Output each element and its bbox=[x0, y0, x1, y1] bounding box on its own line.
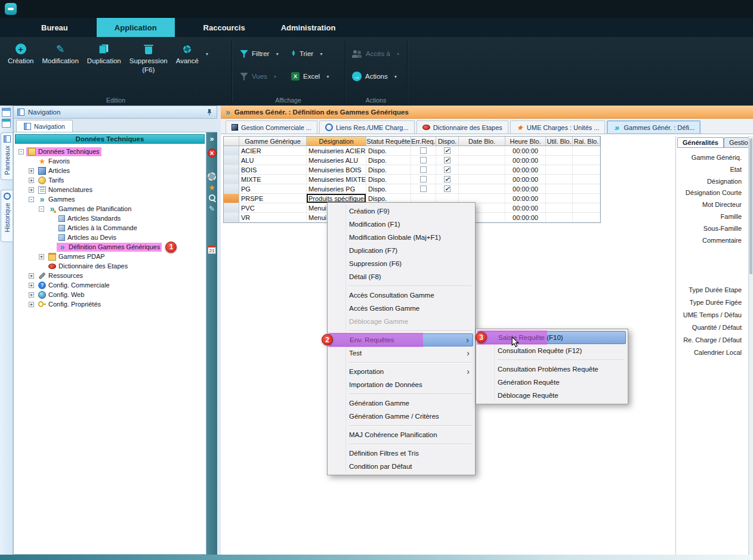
expand-toggle[interactable]: - bbox=[18, 149, 24, 154]
context-menu-item[interactable]: Déblocage Gamme › bbox=[329, 315, 474, 328]
context-menu-item[interactable]: Modification Globale (Maj+F1) › bbox=[329, 231, 474, 244]
side-toolbar-icon[interactable] bbox=[208, 246, 216, 254]
cell-heure-blo[interactable]: 00:00:00 bbox=[505, 194, 546, 203]
panel-window-icon[interactable] bbox=[2, 108, 11, 117]
expand-toggle[interactable] bbox=[49, 216, 54, 221]
cell-dispo[interactable] bbox=[436, 165, 459, 175]
context-menu-item[interactable]: Test › bbox=[329, 346, 474, 360]
cell-heure-blo[interactable]: 00:00:00 bbox=[505, 165, 546, 175]
submenu-item[interactable]: Génération Requête bbox=[477, 376, 627, 389]
row-selector[interactable] bbox=[224, 165, 239, 175]
context-menu-item[interactable]: Condition par Défaut › bbox=[329, 460, 474, 473]
cell-util-blo[interactable] bbox=[546, 175, 573, 184]
cell-util-blo[interactable] bbox=[546, 194, 573, 203]
tree-item[interactable]: Articles au Devis bbox=[14, 233, 206, 242]
cell-date-blo[interactable] bbox=[459, 175, 505, 184]
grid-row[interactable]: BOIS Menuiseries BOIS Dispo. 00:00:00 bbox=[224, 165, 600, 175]
cell-rai-blo[interactable] bbox=[573, 184, 600, 194]
checkbox[interactable] bbox=[420, 166, 427, 173]
grid-row[interactable]: MIXTE Menuiseries MIXTE Dispo. 00:00:00 bbox=[224, 175, 600, 184]
submenu-item[interactable]: Consultation Requête (F12) bbox=[477, 344, 627, 357]
row-selector[interactable] bbox=[224, 184, 239, 194]
context-menu-item[interactable]: MAJ Cohérence Planification › bbox=[329, 428, 474, 441]
tree-item[interactable]: - Gammes bbox=[14, 194, 206, 204]
row-selector[interactable] bbox=[224, 194, 239, 203]
cell-designation[interactable]: Menuiseries MIXTE bbox=[307, 175, 366, 184]
cell-heure-blo[interactable]: 00:00:00 bbox=[505, 213, 546, 222]
side-toolbar-icon[interactable] bbox=[207, 204, 217, 214]
row-selector[interactable] bbox=[224, 213, 239, 222]
tree-title[interactable]: Données Techniques bbox=[15, 134, 205, 144]
expand-toggle[interactable]: - bbox=[29, 197, 34, 202]
ribbon-tab[interactable]: Bureau bbox=[34, 18, 75, 37]
cell-gamme-generique[interactable]: PVC bbox=[239, 203, 307, 213]
cell-date-blo[interactable] bbox=[459, 184, 505, 194]
checkbox[interactable] bbox=[444, 176, 450, 182]
acces-a-button[interactable]: Accès à ▼ bbox=[352, 47, 400, 61]
cell-err-req[interactable] bbox=[411, 184, 436, 194]
side-toolbar-icon[interactable] bbox=[207, 172, 217, 181]
context-menu-item[interactable]: › bbox=[329, 423, 474, 428]
excel-button[interactable]: X Excel ▼ bbox=[291, 69, 330, 83]
checkbox[interactable] bbox=[444, 147, 450, 154]
cell-rai-blo[interactable] bbox=[573, 213, 600, 222]
document-tab[interactable]: UME Charges : Unités ... bbox=[510, 120, 606, 134]
cell-statut-requete[interactable]: Dispo. bbox=[366, 146, 411, 156]
context-menu-item[interactable]: › bbox=[329, 328, 474, 333]
tab-panneaux[interactable]: Panneaux bbox=[1, 132, 13, 180]
cell-dispo[interactable] bbox=[436, 175, 459, 184]
cell-statut-requete[interactable]: Dispo. bbox=[366, 184, 411, 194]
cell-gamme-generique[interactable]: PRSPE bbox=[239, 194, 307, 203]
grid-header-cell[interactable]: Désignation bbox=[307, 137, 366, 146]
cell-rai-blo[interactable] bbox=[573, 156, 600, 165]
suppression-button[interactable]: Suppression (F6) bbox=[125, 41, 172, 75]
grid-header-cell[interactable]: Err.Req. bbox=[411, 137, 436, 146]
expand-toggle[interactable]: + bbox=[29, 187, 34, 193]
tree-item[interactable]: Articles Standards bbox=[14, 214, 206, 223]
grid-header-cell[interactable] bbox=[224, 137, 239, 146]
row-selector[interactable] bbox=[224, 203, 239, 213]
cell-designation[interactable]: Menuiseries BOIS bbox=[307, 165, 366, 175]
tree-item[interactable]: Articles à la Commande bbox=[14, 223, 206, 233]
expand-toggle[interactable]: - bbox=[39, 206, 44, 212]
context-menu-item[interactable]: › bbox=[329, 360, 474, 365]
tree-item[interactable]: + Gammes PDAP bbox=[14, 252, 206, 261]
submenu-item[interactable]: Déblocage Requête bbox=[477, 389, 627, 402]
grid-header-cell[interactable]: Statut Requête bbox=[366, 137, 411, 146]
expand-toggle[interactable]: + bbox=[29, 273, 34, 279]
row-selector[interactable] bbox=[224, 146, 239, 156]
expand-toggle[interactable] bbox=[29, 159, 34, 164]
creation-button[interactable]: + Création bbox=[4, 41, 38, 66]
panel-window-icon[interactable] bbox=[2, 119, 11, 128]
cell-gamme-generique[interactable]: MIXTE bbox=[239, 175, 307, 184]
checkbox[interactable] bbox=[444, 166, 450, 173]
submenu-item[interactable]: Consultation Problèmes Requête bbox=[477, 363, 627, 376]
context-menu-item[interactable]: › bbox=[329, 391, 474, 397]
context-menu-item[interactable]: Importation de Données › bbox=[329, 378, 474, 391]
context-menu-item[interactable]: Exportation › bbox=[329, 365, 474, 378]
expand-toggle[interactable]: + bbox=[39, 254, 44, 259]
document-tab[interactable]: Gammes Génér. : Défi... bbox=[607, 120, 700, 134]
scrollbar-thumb[interactable] bbox=[749, 138, 752, 274]
expand-toggle[interactable]: + bbox=[29, 178, 34, 183]
pin-icon[interactable] bbox=[206, 109, 213, 116]
context-menu-item[interactable]: Accès Consultation Gamme › bbox=[329, 289, 474, 302]
cell-util-blo[interactable] bbox=[546, 156, 573, 165]
cell-heure-blo[interactable]: 00:00:00 bbox=[505, 175, 546, 184]
avance-button[interactable]: Avancé ▼ bbox=[172, 41, 209, 66]
grid-row[interactable]: ACIER Menuiseries ACIER Dispo. 00:00:00 bbox=[224, 146, 600, 156]
duplication-button[interactable]: Duplication bbox=[83, 41, 125, 66]
cell-heure-blo[interactable]: 00:00:00 bbox=[505, 146, 546, 156]
tree-item[interactable]: + Articles bbox=[14, 166, 206, 175]
checkbox[interactable] bbox=[420, 147, 427, 154]
cell-gamme-generique[interactable]: BOIS bbox=[239, 165, 307, 175]
cell-util-blo[interactable] bbox=[546, 213, 573, 222]
cell-statut-requete[interactable]: Dispo. bbox=[366, 165, 411, 175]
cell-dispo[interactable] bbox=[436, 184, 459, 194]
cell-util-blo[interactable] bbox=[546, 165, 573, 175]
checkbox[interactable] bbox=[420, 185, 427, 192]
side-toolbar-icon[interactable] bbox=[208, 148, 217, 157]
filtrer-button[interactable]: Filtrer ▼ bbox=[240, 47, 279, 61]
grid-header-cell[interactable]: Util. Blo. bbox=[546, 137, 573, 146]
cell-heure-blo[interactable]: 00:00:00 bbox=[505, 203, 546, 213]
